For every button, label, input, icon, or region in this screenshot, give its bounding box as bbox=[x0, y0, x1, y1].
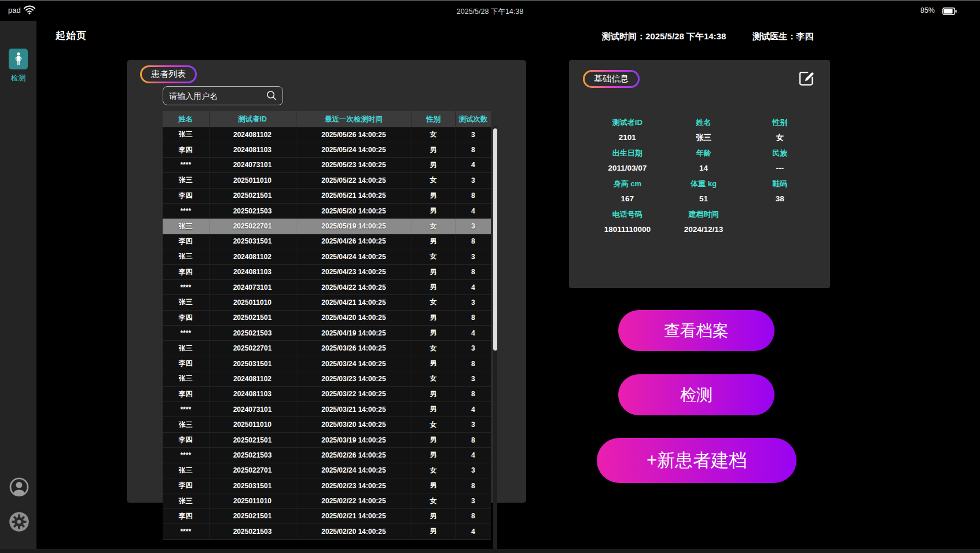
test-time-label: 测试时间： bbox=[602, 31, 645, 41]
table-row[interactable]: 李四 2025021501 2025/04/20 14:00:25 男 8 bbox=[163, 310, 491, 325]
info-field-label: 性别 bbox=[742, 118, 818, 127]
cell-name: **** bbox=[163, 524, 209, 539]
cell-gender: 女 bbox=[412, 463, 455, 478]
cell-gender: 女 bbox=[412, 249, 455, 264]
edit-patient-button[interactable] bbox=[797, 68, 816, 88]
table-row[interactable]: 李四 2024081103 2025/05/24 14:00:25 男 8 bbox=[163, 142, 491, 157]
table-row[interactable]: **** 2025021503 2025/02/20 14:00:25 男 4 bbox=[163, 524, 491, 539]
cell-name: 张三 bbox=[163, 127, 209, 142]
cell-id: 2024081102 bbox=[209, 127, 296, 142]
cell-last-test-time: 2025/05/19 14:00:25 bbox=[296, 219, 412, 234]
search-input[interactable] bbox=[163, 86, 283, 105]
table-row[interactable]: 张三 2024081102 2025/03/23 14:00:25 女 3 bbox=[163, 371, 491, 386]
table-row[interactable]: 张三 2025011010 2025/03/20 14:00:25 女 3 bbox=[163, 417, 491, 432]
table-row[interactable]: 张三 2025022701 2025/02/24 14:00:25 女 3 bbox=[163, 463, 491, 478]
sidebar-item-label: 检测 bbox=[0, 73, 36, 83]
table-row[interactable]: 李四 2025031501 2025/04/26 14:00:25 男 8 bbox=[163, 234, 491, 249]
table-row[interactable]: 李四 2024081103 2025/04/23 14:00:25 男 8 bbox=[163, 264, 491, 279]
table-row[interactable]: **** 2024073101 2025/04/22 14:00:25 男 4 bbox=[163, 279, 491, 294]
table-row[interactable]: **** 2025021503 2025/02/26 14:00:25 男 4 bbox=[163, 448, 491, 463]
info-field: 民族--- bbox=[742, 149, 818, 173]
cell-gender: 男 bbox=[412, 203, 455, 218]
detect-button[interactable]: 检测 bbox=[618, 374, 775, 415]
cell-id: 2025021501 bbox=[209, 508, 296, 523]
battery-percent: 85% bbox=[920, 6, 935, 14]
cell-test-count: 3 bbox=[455, 295, 491, 310]
cell-last-test-time: 2025/02/20 14:00:25 bbox=[296, 524, 412, 539]
cell-name: **** bbox=[163, 448, 209, 463]
gear-icon[interactable] bbox=[9, 511, 30, 534]
table-row[interactable]: **** 2024073101 2025/03/21 14:00:25 男 4 bbox=[163, 402, 491, 417]
cell-name: **** bbox=[163, 402, 209, 417]
info-field-value: --- bbox=[742, 164, 818, 173]
info-field: 姓名张三 bbox=[666, 118, 742, 142]
patient-list-badge: 患者列表 bbox=[140, 65, 197, 83]
cell-last-test-time: 2025/05/23 14:00:25 bbox=[296, 157, 412, 172]
table-row[interactable]: **** 2024073101 2025/05/23 14:00:25 男 4 bbox=[163, 157, 491, 172]
cell-test-count: 3 bbox=[455, 417, 491, 432]
table-row[interactable]: 张三 2024081102 2025/05/26 14:00:25 女 3 bbox=[163, 127, 491, 142]
cell-last-test-time: 2025/04/26 14:00:25 bbox=[296, 234, 412, 249]
table-row[interactable]: 张三 2024081102 2025/04/24 14:00:25 女 3 bbox=[163, 249, 491, 264]
table-row[interactable]: **** 2025021503 2025/05/20 14:00:25 男 4 bbox=[163, 203, 491, 218]
table-row[interactable]: 李四 2025021501 2025/02/21 14:00:25 男 8 bbox=[163, 508, 491, 523]
table-row[interactable]: 张三 2025011010 2025/02/22 14:00:25 女 3 bbox=[163, 493, 491, 508]
info-field: 电话号码18011110000 bbox=[589, 210, 666, 234]
cell-id: 2025031501 bbox=[209, 356, 296, 371]
table-row[interactable]: 张三 2025011010 2025/04/21 14:00:25 女 3 bbox=[163, 295, 491, 310]
cell-id: 2025021503 bbox=[209, 524, 296, 539]
cell-gender: 男 bbox=[412, 142, 455, 157]
user-profile-icon[interactable] bbox=[9, 477, 30, 500]
screen-top-edge bbox=[0, 0, 980, 1]
session-info: 测试时间：2025/5/28 下午14:38 测试医生：李四 bbox=[602, 31, 813, 42]
table-scrollbar-track[interactable] bbox=[493, 126, 497, 552]
cell-last-test-time: 2025/03/20 14:00:25 bbox=[296, 417, 412, 432]
cell-gender: 男 bbox=[412, 234, 455, 249]
cell-gender: 女 bbox=[412, 371, 455, 386]
col-last-test-time: 最近一次检测时间 bbox=[296, 111, 412, 127]
cell-test-count: 8 bbox=[455, 142, 491, 157]
cell-test-count: 4 bbox=[455, 524, 491, 539]
search-icon[interactable] bbox=[266, 90, 277, 104]
cell-id: 2025011010 bbox=[209, 417, 296, 432]
basic-info-panel: 基础信息 测试者ID2101姓名张三性别女出生日期2011/03/07年龄14民… bbox=[569, 60, 830, 288]
col-id: 测试者ID bbox=[209, 111, 296, 127]
cell-gender: 男 bbox=[412, 386, 455, 401]
table-row[interactable]: 李四 2025031501 2025/03/24 14:00:25 男 8 bbox=[163, 356, 491, 371]
cell-test-count: 4 bbox=[455, 203, 491, 218]
sidebar-item-detect[interactable]: 检测 bbox=[0, 49, 36, 83]
cell-name: 李四 bbox=[163, 264, 209, 279]
cell-last-test-time: 2025/02/22 14:00:25 bbox=[296, 493, 412, 508]
cell-last-test-time: 2025/02/21 14:00:25 bbox=[296, 508, 412, 523]
cell-test-count: 3 bbox=[455, 341, 491, 356]
view-archive-button[interactable]: 查看档案 bbox=[618, 310, 775, 351]
table-row[interactable]: 张三 2025022701 2025/03/26 14:00:25 女 3 bbox=[163, 341, 491, 356]
statusbar-datetime: 2025/5/28 下午14:38 bbox=[0, 7, 980, 17]
table-row[interactable]: 李四 2025021501 2025/03/19 14:00:25 男 8 bbox=[163, 432, 491, 447]
cell-name: 李四 bbox=[163, 432, 209, 447]
cell-gender: 男 bbox=[412, 524, 455, 539]
cell-test-count: 3 bbox=[455, 493, 491, 508]
cell-test-count: 8 bbox=[455, 188, 491, 203]
patient-table-body: 张三 2024081102 2025/05/26 14:00:25 女 3 李四… bbox=[163, 127, 491, 539]
table-row[interactable]: 张三 2025022701 2025/05/19 14:00:25 女 3 bbox=[163, 219, 491, 234]
table-row[interactable]: **** 2025021503 2025/04/19 14:00:25 男 4 bbox=[163, 326, 491, 341]
cell-id: 2025021503 bbox=[209, 203, 296, 218]
cell-gender: 女 bbox=[412, 219, 455, 234]
cell-test-count: 8 bbox=[455, 508, 491, 523]
cell-test-count: 8 bbox=[455, 310, 491, 325]
cell-gender: 男 bbox=[412, 188, 455, 203]
cell-test-count: 3 bbox=[455, 219, 491, 234]
table-row[interactable]: 李四 2024081103 2025/03/22 14:00:25 男 8 bbox=[163, 386, 491, 401]
info-field-value: 2011/03/07 bbox=[589, 164, 666, 173]
cell-id: 2025011010 bbox=[209, 295, 296, 310]
table-row[interactable]: 李四 2025021501 2025/05/21 14:00:25 男 8 bbox=[163, 188, 491, 203]
table-row[interactable]: 张三 2025011010 2025/05/22 14:00:25 女 3 bbox=[163, 173, 491, 188]
table-row[interactable]: 李四 2025031501 2025/02/23 14:00:25 男 8 bbox=[163, 478, 491, 493]
cell-name: 李四 bbox=[163, 356, 209, 371]
body-scan-icon bbox=[9, 49, 28, 69]
cell-gender: 男 bbox=[412, 356, 455, 371]
table-scrollbar-thumb[interactable] bbox=[493, 128, 497, 351]
cell-name: 张三 bbox=[163, 249, 209, 264]
new-patient-button[interactable]: +新患者建档 bbox=[597, 438, 797, 483]
